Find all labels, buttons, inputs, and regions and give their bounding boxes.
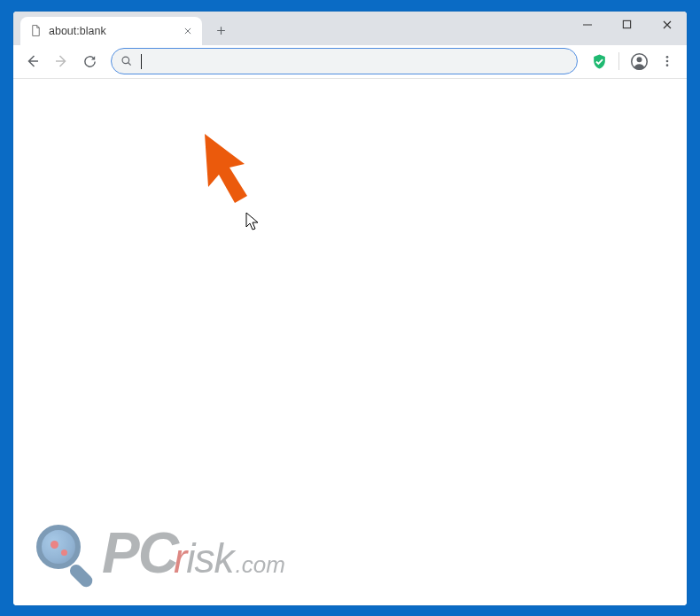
forward-button[interactable] (49, 49, 74, 74)
shield-extension-icon[interactable] (587, 49, 611, 74)
reload-button[interactable] (77, 49, 102, 74)
text-caret (141, 54, 142, 69)
page-icon (29, 24, 43, 37)
search-icon (121, 55, 134, 67)
mouse-cursor-icon (245, 212, 260, 231)
watermark-pc: PC (102, 520, 177, 586)
tab-title: about:blank (49, 25, 175, 37)
svg-point-3 (636, 57, 642, 62)
attention-arrow-icon (196, 132, 258, 207)
browser-window: about:blank (13, 12, 687, 605)
address-bar[interactable] (111, 48, 578, 74)
tab-strip: about:blank (13, 12, 687, 45)
tab-close-button[interactable] (181, 24, 195, 38)
toolbar (13, 45, 687, 79)
new-tab-button[interactable] (209, 19, 232, 43)
window-maximize-button[interactable] (607, 12, 647, 38)
magnifier-icon (33, 521, 97, 585)
window-controls (567, 12, 687, 40)
page-content: PC risk .com (13, 79, 687, 605)
svg-point-1 (122, 57, 129, 64)
address-input[interactable] (149, 54, 566, 68)
svg-rect-0 (623, 20, 630, 27)
profile-button[interactable] (626, 49, 651, 74)
watermark-text: PC risk .com (102, 520, 285, 586)
back-button[interactable] (20, 49, 45, 74)
watermark-com: .com (235, 551, 284, 579)
menu-button[interactable] (655, 49, 680, 74)
svg-point-5 (666, 60, 669, 63)
watermark-risk: risk (174, 534, 234, 582)
svg-point-6 (666, 64, 669, 66)
window-minimize-button[interactable] (567, 12, 607, 38)
toolbar-separator (618, 52, 619, 70)
watermark-logo: PC risk .com (33, 520, 285, 586)
window-close-button[interactable] (647, 12, 687, 38)
svg-point-4 (666, 56, 669, 58)
browser-tab[interactable]: about:blank (20, 17, 202, 45)
